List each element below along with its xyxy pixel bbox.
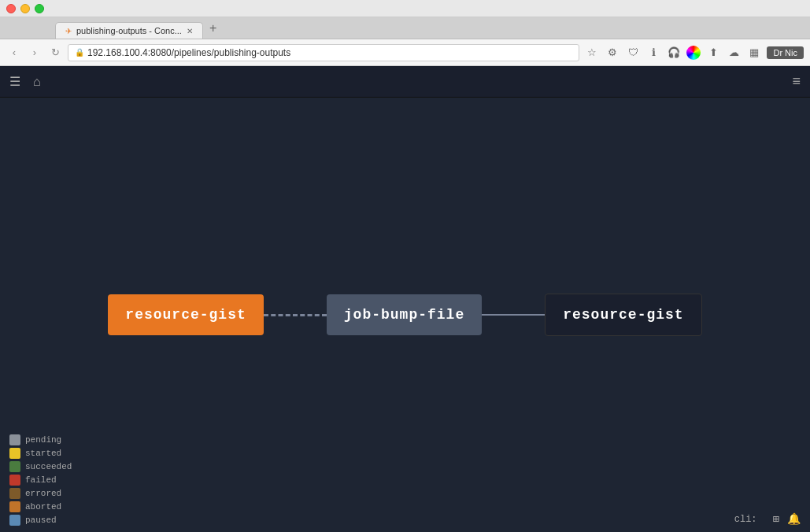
pipeline-row: resource-gist job-bump-file resource-gis…	[108, 294, 701, 336]
linux-icon[interactable]: 🔔	[787, 512, 801, 526]
minimize-button[interactable]	[20, 4, 30, 13]
mac-titlebar	[0, 0, 810, 17]
user-button[interactable]: Dr Nic	[767, 46, 804, 59]
legend-item-label: started	[25, 449, 61, 458]
pipeline-canvas: resource-gist job-bump-file resource-gis…	[0, 98, 810, 532]
resource-node-2[interactable]: resource-gist	[545, 294, 701, 336]
app-topnav: ☰ ⌂ ≡	[0, 66, 810, 98]
dashed-line	[264, 314, 327, 316]
app-container: ☰ ⌂ ≡ resource-gist job-bump-file resour…	[0, 66, 810, 532]
grid-icon[interactable]: ▦	[746, 45, 762, 61]
tab-bar: ✈ publishing-outputs - Conc... ✕ +	[0, 17, 810, 39]
job-node[interactable]: job-bump-file	[327, 294, 482, 335]
legend-item-label: succeeded	[25, 462, 72, 471]
legend-color-box	[9, 448, 20, 459]
shield-icon[interactable]: 🛡	[625, 45, 641, 61]
settings-icon[interactable]: ⚙	[605, 45, 620, 61]
connector-dashed	[264, 314, 327, 316]
legend-item-label: paused	[25, 515, 57, 525]
share-icon[interactable]: ⬆	[705, 45, 721, 61]
active-tab[interactable]: ✈ publishing-outputs - Conc... ✕	[55, 22, 203, 39]
forward-button[interactable]: ›	[27, 45, 43, 61]
back-button[interactable]: ‹	[6, 45, 22, 61]
solid-line	[482, 314, 545, 316]
maximize-button[interactable]	[35, 4, 44, 13]
legend-item: paused	[9, 515, 72, 526]
new-tab-button[interactable]: +	[203, 18, 223, 39]
bookmark-icon[interactable]: ☆	[584, 45, 600, 61]
legend: pending started succeeded failed errored…	[0, 428, 81, 532]
reload-button[interactable]: ↻	[47, 45, 63, 61]
close-button[interactable]	[6, 4, 16, 13]
info-icon[interactable]: ℹ	[645, 45, 661, 61]
windows-icon[interactable]: ⊞	[773, 512, 779, 526]
legend-color-box	[9, 501, 20, 512]
url-text: 192.168.100.4:8080/pipelines/publishing-…	[87, 47, 290, 58]
home-icon[interactable]: ⌂	[33, 75, 41, 89]
url-field[interactable]: 🔒 192.168.100.4:8080/pipelines/publishin…	[68, 44, 579, 61]
resource-node-1[interactable]: resource-gist	[108, 294, 263, 335]
legend-item: failed	[9, 475, 72, 486]
connector-solid	[482, 314, 545, 316]
tab-close-icon[interactable]: ✕	[187, 27, 193, 35]
cli-label: cli:	[734, 514, 757, 525]
cloud-icon[interactable]: ☁	[726, 45, 742, 61]
legend-item: pending	[9, 434, 72, 445]
legend-item-label: pending	[25, 435, 61, 445]
legend-color-box	[9, 434, 20, 445]
toolbar-icons: ☆ ⚙ 🛡 ℹ 🎧 ⬆ ☁ ▦ Dr Nic	[584, 45, 804, 61]
legend-color-box	[9, 475, 20, 486]
legend-item: succeeded	[9, 461, 72, 472]
legend-item: aborted	[9, 501, 72, 512]
address-bar: ‹ › ↻ 🔒 192.168.100.4:8080/pipelines/pub…	[0, 39, 810, 66]
color-icon[interactable]	[686, 46, 701, 60]
topnav-menu-icon[interactable]: ≡	[792, 73, 801, 90]
headphone-icon[interactable]: 🎧	[666, 45, 682, 61]
legend-color-box	[9, 461, 20, 472]
legend-item-label: errored	[25, 489, 61, 498]
hamburger-icon[interactable]: ☰	[9, 74, 20, 89]
bottom-right-toolbar: cli: ⊞ 🔔	[734, 512, 801, 526]
legend-item-label: failed	[25, 475, 57, 485]
legend-item-label: aborted	[25, 502, 61, 512]
topnav-left: ☰ ⌂	[9, 74, 41, 89]
tab-label: publishing-outputs - Conc...	[76, 26, 182, 35]
legend-color-box	[9, 515, 20, 526]
legend-item: started	[9, 448, 72, 459]
legend-item: errored	[9, 488, 72, 499]
legend-color-box	[9, 488, 20, 499]
tab-icon: ✈	[65, 27, 72, 35]
lock-icon: 🔒	[75, 48, 84, 57]
